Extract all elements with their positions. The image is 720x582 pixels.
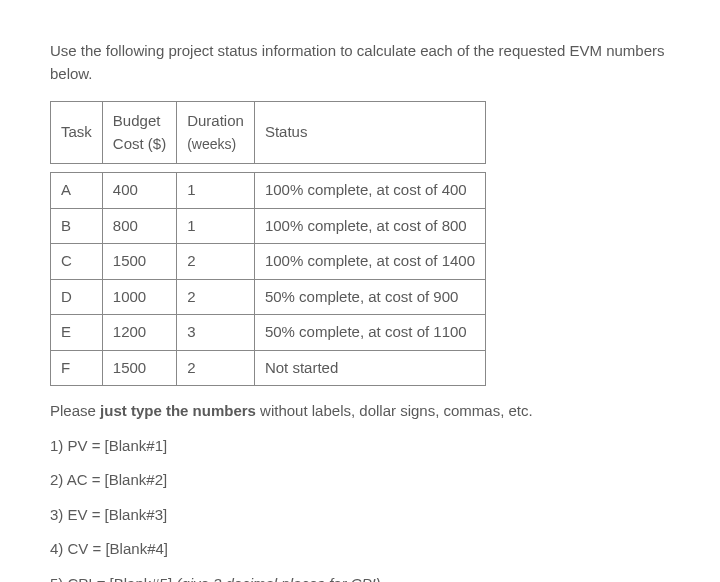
instr-suffix: without labels, dollar signs, commas, et…	[256, 402, 533, 419]
cell-duration: 2	[177, 244, 255, 280]
question-2: 2) AC = [Blank#2]	[50, 469, 670, 492]
header-budget: Budget Cost ($)	[102, 102, 176, 164]
question-5: 5) CPI = [Blank#5] (give 3 decimal place…	[50, 573, 670, 583]
cell-status: 100% complete, at cost of 800	[254, 208, 485, 244]
cell-duration: 1	[177, 208, 255, 244]
cell-task: D	[51, 279, 103, 315]
table-row: C 1500 2 100% complete, at cost of 1400	[51, 244, 486, 280]
header-weeks-label: (weeks)	[187, 136, 236, 152]
cell-status: 50% complete, at cost of 900	[254, 279, 485, 315]
table-row: E 1200 3 50% complete, at cost of 1100	[51, 315, 486, 351]
cell-duration: 2	[177, 279, 255, 315]
question-1: 1) PV = [Blank#1]	[50, 435, 670, 458]
cell-task: F	[51, 350, 103, 386]
table-row: D 1000 2 50% complete, at cost of 900	[51, 279, 486, 315]
header-budget-label: Budget	[113, 112, 161, 129]
cell-budget: 400	[102, 173, 176, 209]
cell-duration: 2	[177, 350, 255, 386]
cell-budget: 1500	[102, 244, 176, 280]
header-status: Status	[254, 102, 485, 164]
header-task: Task	[51, 102, 103, 164]
header-duration-label: Duration	[187, 112, 244, 129]
instructions: Please just type the numbers without lab…	[50, 400, 670, 423]
question-3: 3) EV = [Blank#3]	[50, 504, 670, 527]
table-spacer	[51, 164, 486, 173]
cell-task: B	[51, 208, 103, 244]
cell-status: Not started	[254, 350, 485, 386]
table-row: B 800 1 100% complete, at cost of 800	[51, 208, 486, 244]
table-row: A 400 1 100% complete, at cost of 400	[51, 173, 486, 209]
cell-budget: 1500	[102, 350, 176, 386]
instr-bold: just type the numbers	[100, 402, 256, 419]
cell-task: A	[51, 173, 103, 209]
question-4: 4) CV = [Blank#4]	[50, 538, 670, 561]
cell-status: 100% complete, at cost of 400	[254, 173, 485, 209]
cell-status: 50% complete, at cost of 1100	[254, 315, 485, 351]
cell-task: E	[51, 315, 103, 351]
intro-text: Use the following project status informa…	[50, 40, 670, 85]
cell-status: 100% complete, at cost of 1400	[254, 244, 485, 280]
q5-note: (give 3 decimal places for CPI)	[176, 575, 380, 583]
table-header-row: Task Budget Cost ($) Duration (weeks) St…	[51, 102, 486, 164]
cell-budget: 800	[102, 208, 176, 244]
table-row: F 1500 2 Not started	[51, 350, 486, 386]
cell-duration: 3	[177, 315, 255, 351]
instr-prefix: Please	[50, 402, 100, 419]
header-duration: Duration (weeks)	[177, 102, 255, 164]
cell-budget: 1200	[102, 315, 176, 351]
cell-duration: 1	[177, 173, 255, 209]
q5-prefix: 5) CPI = [Blank#5]	[50, 575, 176, 583]
cell-task: C	[51, 244, 103, 280]
cell-budget: 1000	[102, 279, 176, 315]
header-cost-label: Cost ($)	[113, 135, 166, 152]
evm-table: Task Budget Cost ($) Duration (weeks) St…	[50, 101, 486, 386]
